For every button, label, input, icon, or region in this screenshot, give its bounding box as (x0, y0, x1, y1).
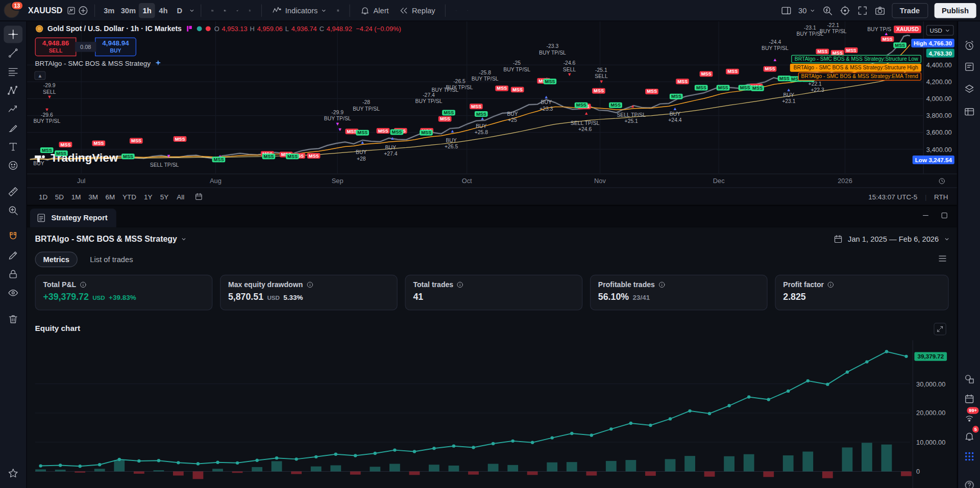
replay-button[interactable]: Replay (395, 2, 440, 18)
emoji-tool-icon[interactable] (4, 157, 22, 174)
chart-type-candles-icon[interactable] (207, 2, 218, 18)
zoom-tool-icon[interactable] (4, 202, 22, 219)
strategy-report-tab[interactable]: Strategy Report (30, 209, 116, 227)
eye-tool-icon[interactable] (4, 284, 22, 301)
indicator-templates-icon[interactable] (333, 2, 344, 18)
info-icon[interactable] (306, 281, 313, 289)
minimize-panel-icon[interactable] (921, 211, 930, 220)
chart-title[interactable]: Gold Spot / U.S. Dollar · 1h · IC Market… (47, 25, 182, 33)
redo-icon[interactable] (463, 2, 473, 18)
card-label: Profit factor (783, 281, 824, 289)
report-tab-metrics[interactable]: Metrics (35, 251, 78, 267)
forecast-tool-icon[interactable] (4, 100, 22, 118)
fullscreen-icon[interactable] (856, 5, 868, 16)
manage-panels-icon[interactable] (781, 5, 792, 16)
chart-type-bars-icon[interactable] (244, 2, 256, 18)
timeframe-4h[interactable]: 4h (155, 3, 172, 18)
range-YTD[interactable]: YTD (119, 190, 139, 203)
layout-select[interactable]: 30 (798, 6, 816, 15)
data-window-icon[interactable] (961, 59, 977, 75)
bell-icon[interactable]: 5 (961, 428, 977, 445)
report-list-menu-icon[interactable] (938, 253, 948, 264)
timeframe-chevron-down-icon[interactable] (189, 7, 195, 13)
timeframe-1h[interactable]: 1h (139, 3, 155, 18)
range-5Y[interactable]: 5Y (157, 190, 172, 203)
chart-type-line-icon[interactable] (232, 2, 243, 18)
indicators-button[interactable]: Indicators (267, 2, 331, 18)
buy-button[interactable]: 4,948.94BUY (95, 37, 136, 56)
timezone-clock-icon[interactable] (938, 177, 946, 185)
chart-type-hollow-candles-icon[interactable] (219, 2, 231, 18)
maximize-panel-icon[interactable] (940, 211, 949, 220)
symbol-search-button[interactable]: XAUUSD (26, 6, 65, 15)
screener-icon[interactable] (961, 104, 977, 120)
undo-icon[interactable] (452, 2, 462, 18)
timeframe-3m[interactable]: 3m (101, 3, 117, 18)
alarm-clock-icon[interactable] (961, 37, 977, 54)
publish-button[interactable]: Publish (934, 3, 976, 18)
bottom-panel-tabbar (27, 206, 957, 227)
equity-expand-button[interactable] (934, 323, 946, 335)
range-3M[interactable]: 3M (85, 190, 101, 203)
calendar-icon[interactable] (961, 391, 977, 407)
info-icon[interactable] (79, 281, 87, 289)
range-6M[interactable]: 6M (102, 190, 118, 203)
quick-search-icon[interactable] (822, 5, 833, 16)
favorites-star-icon[interactable] (4, 465, 22, 482)
magnet-tool-icon[interactable] (4, 228, 22, 245)
info-icon[interactable] (827, 281, 835, 289)
range-1D[interactable]: 1D (36, 190, 51, 203)
text-tool-icon[interactable] (4, 138, 22, 156)
range-5D[interactable]: 5D (52, 190, 67, 203)
time-axis[interactable]: JulAugSepOctNovDec2026 (27, 173, 957, 187)
clock-text[interactable]: 15:43:07 UTC-5 (868, 193, 917, 200)
trash-tool-icon[interactable] (4, 311, 22, 328)
timeframe-30m[interactable]: 30m (118, 3, 139, 18)
divider (261, 4, 262, 16)
apps-grid-icon[interactable] (961, 448, 977, 465)
xabcd-pattern-tool-icon[interactable] (4, 82, 22, 99)
trade-button[interactable]: Trade (892, 3, 928, 18)
info-icon[interactable] (456, 281, 464, 289)
report-strategy-select[interactable]: BRTAlgo - SMC BOS & MSS Strategy (35, 234, 187, 243)
brush-tool-icon[interactable] (4, 119, 22, 137)
chart-canvas[interactable] (27, 21, 957, 188)
help-icon[interactable] (961, 477, 977, 488)
alert-button[interactable]: Alert (356, 2, 393, 18)
strategy-flag-icon[interactable] (185, 25, 193, 33)
legend-collapse-button[interactable]: ▲ (34, 71, 45, 80)
timeframe-D[interactable]: D (172, 3, 188, 18)
object-tree-icon[interactable] (961, 81, 977, 97)
crosshair-tool-icon[interactable] (4, 25, 22, 43)
equity-tick-10000: 10,000.00 (916, 439, 945, 446)
metric-card-total-pnl: Total P&L +39,379.72USD+39.83% (35, 275, 213, 311)
time-axis-label-2026: 2026 (831, 177, 859, 185)
tradingview-app: 13 XAUUSD 3m30m1h4hD Indicators Alert Re… (0, 0, 980, 488)
symbol-flag-icon[interactable] (66, 5, 77, 15)
ruler-tool-icon[interactable] (4, 183, 22, 200)
report-tab-list-of-trades[interactable]: List of trades (83, 251, 141, 267)
report-date-range[interactable]: Jan 1, 2025 — Feb 6, 2026 (833, 234, 950, 244)
pencil-tool-icon[interactable] (4, 247, 22, 264)
sell-button[interactable]: 4,948.86SELL (35, 37, 77, 56)
add-symbol-icon[interactable] (78, 5, 89, 16)
snapshot-target-icon[interactable] (839, 5, 850, 16)
strategy-legend-row[interactable]: BRTAlgo - SMC BOS & MSS Strategy (35, 59, 162, 67)
shapes-icon[interactable] (961, 371, 977, 387)
lock-tool-icon[interactable] (4, 265, 22, 282)
streams-icon[interactable]: 99+ (961, 409, 977, 426)
fib-retracement-tool-icon[interactable] (4, 63, 22, 81)
currency-select[interactable]: USD (926, 25, 954, 36)
session-label[interactable]: RTH (934, 193, 948, 200)
range-All[interactable]: All (173, 190, 188, 203)
range-1Y[interactable]: 1Y (140, 190, 155, 203)
trend-line-tool-icon[interactable] (4, 44, 22, 62)
symbol-badge: XAUUSD (894, 25, 921, 33)
user-avatar[interactable]: 13 (4, 3, 19, 18)
range-1M[interactable]: 1M (68, 190, 84, 203)
go-to-date-icon[interactable] (194, 192, 203, 201)
info-icon[interactable] (658, 281, 666, 289)
camera-icon[interactable] (874, 5, 886, 16)
ohlc-values: O4,953.13 H4,959.06 L4,936.74 C4,948.92 (214, 25, 352, 33)
price-tick-4200: 4,200.00 (926, 78, 958, 86)
